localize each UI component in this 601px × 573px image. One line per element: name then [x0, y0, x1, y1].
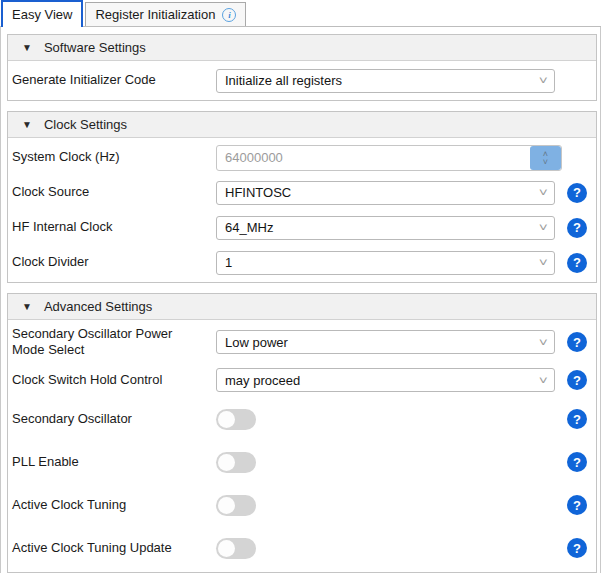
row-label: Active Clock Tuning — [12, 497, 216, 513]
row-label: Clock Divider — [12, 254, 216, 270]
dropdown-value: Initialize all registers — [225, 73, 342, 88]
tab-bar: Easy ViewRegister Initializationi — [0, 0, 601, 27]
settings-row-clock-divider: Clock Divider1˅? — [8, 245, 596, 280]
collapse-triangle-icon: ▼ — [22, 43, 32, 53]
dropdown-hf-internal-clock[interactable]: 64_MHz˅ — [216, 216, 555, 240]
tab-label: Easy View — [12, 7, 72, 22]
dropdown-value: Low power — [225, 335, 288, 350]
collapse-triangle-icon: ▼ — [22, 302, 32, 312]
section-title: Advanced Settings — [44, 299, 152, 314]
chevron-down-icon: ˅ — [538, 187, 547, 198]
help-icon[interactable]: ? — [567, 218, 587, 238]
help-icon[interactable]: ? — [567, 409, 587, 429]
help-icon[interactable]: ? — [567, 495, 587, 515]
section-header-software-settings[interactable]: ▼Software Settings — [8, 35, 596, 61]
easy-view-panel: ▼Software SettingsGenerate Initializer C… — [0, 27, 601, 573]
row-label: PLL Enable — [12, 454, 216, 470]
help-icon[interactable]: ? — [567, 332, 587, 352]
settings-row-active-clock-tuning-update: Active Clock Tuning Update? — [8, 527, 596, 570]
chevron-down-icon: ˅ — [538, 375, 547, 386]
dropdown-clock-source[interactable]: HFINTOSC˅ — [216, 181, 555, 205]
settings-row-system-clock-hz: System Clock (Hz)64000000˄˅ — [8, 140, 596, 175]
settings-row-active-clock-tuning: Active Clock Tuning? — [8, 484, 596, 527]
section-header-clock-settings[interactable]: ▼Clock Settings — [8, 112, 596, 138]
chevron-down-icon: ˅ — [538, 257, 547, 268]
dropdown-value: may proceed — [225, 373, 300, 388]
settings-row-pll-enable: PLL Enable? — [8, 441, 596, 484]
info-icon[interactable]: i — [222, 8, 236, 22]
row-label: System Clock (Hz) — [12, 149, 216, 165]
row-label: Clock Source — [12, 184, 216, 200]
settings-row-clock-source: Clock SourceHFINTOSC˅? — [8, 175, 596, 210]
settings-row-clock-switch-hold-control: Clock Switch Hold Controlmay proceed˅? — [8, 363, 596, 398]
help-icon[interactable]: ? — [567, 370, 587, 390]
section-title: Clock Settings — [44, 117, 127, 132]
help-icon[interactable]: ? — [567, 452, 587, 472]
dropdown-clock-switch-hold-control[interactable]: may proceed˅ — [216, 368, 555, 392]
spinner-buttons[interactable]: ˄˅ — [530, 146, 561, 170]
dropdown-value: 64_MHz — [225, 220, 273, 235]
chevron-down-icon: ˅ — [543, 158, 548, 166]
dropdown-generate-initializer-code[interactable]: Initialize all registers˅ — [216, 69, 555, 93]
settings-row-generate-initializer-code: Generate Initializer CodeInitialize all … — [8, 63, 596, 98]
toggle-knob — [218, 497, 235, 514]
toggle-secondary-oscillator[interactable] — [216, 409, 256, 430]
toggle-active-clock-tuning-update[interactable] — [216, 538, 256, 559]
chevron-down-icon: ˅ — [538, 337, 547, 348]
row-label: Clock Switch Hold Control — [12, 372, 216, 388]
row-label: Active Clock Tuning Update — [12, 540, 216, 556]
dropdown-secondary-oscillator-power-mode-select[interactable]: Low power˅ — [216, 330, 555, 354]
row-label: Secondary Oscillator — [12, 411, 216, 427]
dropdown-value: HFINTOSC — [225, 185, 291, 200]
row-label: HF Internal Clock — [12, 219, 216, 235]
section-software-settings: ▼Software SettingsGenerate Initializer C… — [7, 34, 597, 101]
row-label: Secondary Oscillator Power Mode Select — [12, 326, 216, 359]
toggle-knob — [218, 411, 235, 428]
toggle-pll-enable[interactable] — [216, 452, 256, 473]
toggle-knob — [218, 454, 235, 471]
section-title: Software Settings — [44, 40, 146, 55]
help-icon[interactable]: ? — [567, 253, 587, 273]
collapse-triangle-icon: ▼ — [22, 120, 32, 130]
tab-label: Register Initialization — [95, 7, 215, 22]
section-clock-settings: ▼Clock SettingsSystem Clock (Hz)64000000… — [7, 111, 597, 283]
settings-row-secondary-oscillator: Secondary Oscillator? — [8, 398, 596, 441]
input-system-clock-hz[interactable]: 64000000 — [216, 145, 562, 171]
section-header-advanced-settings[interactable]: ▼Advanced Settings — [8, 294, 596, 320]
settings-row-hf-internal-clock: HF Internal Clock64_MHz˅? — [8, 210, 596, 245]
section-advanced-settings: ▼Advanced SettingsSecondary Oscillator P… — [7, 293, 597, 573]
toggle-active-clock-tuning[interactable] — [216, 495, 256, 516]
help-icon[interactable]: ? — [567, 183, 587, 203]
dropdown-clock-divider[interactable]: 1˅ — [216, 251, 555, 275]
settings-row-secondary-oscillator-power-mode-select: Secondary Oscillator Power Mode SelectLo… — [8, 322, 596, 363]
row-label: Generate Initializer Code — [12, 72, 216, 88]
dropdown-value: 1 — [225, 255, 232, 270]
help-icon[interactable]: ? — [567, 538, 587, 558]
tab-easy-view[interactable]: Easy View — [1, 0, 83, 27]
tab-register-initialization[interactable]: Register Initializationi — [85, 2, 246, 26]
chevron-down-icon: ˅ — [538, 222, 547, 233]
toggle-knob — [218, 540, 235, 557]
input-value: 64000000 — [225, 150, 283, 165]
chevron-down-icon: ˅ — [538, 75, 547, 86]
